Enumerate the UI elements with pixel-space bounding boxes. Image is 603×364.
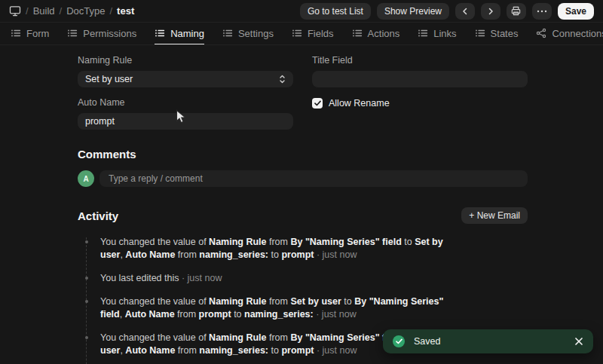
activity-text-segment: prompt bbox=[281, 345, 314, 356]
next-button[interactable] bbox=[481, 3, 500, 20]
activity-text-segment: naming_series: bbox=[199, 249, 268, 260]
toast-saved: Saved bbox=[383, 329, 593, 353]
checkbox-check-icon bbox=[312, 98, 323, 109]
tab-connections[interactable]: Connections bbox=[536, 23, 603, 44]
tab-settings[interactable]: Settings bbox=[222, 23, 274, 44]
ellipsis-icon bbox=[537, 10, 547, 13]
activity-text-segment: Naming Rule bbox=[209, 296, 266, 307]
tab-form[interactable]: Form bbox=[11, 23, 49, 44]
title-field-input[interactable] bbox=[312, 71, 528, 87]
breadcrumb-separator: / bbox=[60, 5, 63, 17]
printer-icon bbox=[510, 5, 522, 17]
tab-label: Connections bbox=[552, 28, 603, 39]
activity-text-segment: to bbox=[341, 296, 354, 307]
activity-text-segment: · just now bbox=[179, 273, 222, 283]
activity-text-segment: You changed the value of bbox=[100, 296, 209, 307]
activity-text-segment: naming_series: bbox=[244, 309, 314, 320]
allow-rename-checkbox[interactable]: Allow Rename bbox=[312, 98, 528, 109]
breadcrumb-separator: / bbox=[109, 5, 112, 17]
activity-text-segment: You changed the value of bbox=[100, 332, 209, 343]
activity-text-segment: · just now bbox=[314, 309, 357, 320]
print-button[interactable] bbox=[507, 3, 526, 20]
tab-states[interactable]: States bbox=[475, 23, 519, 44]
title-field-label: Title Field bbox=[312, 55, 528, 66]
tab-naming[interactable]: Naming bbox=[155, 23, 204, 44]
tab-permissions[interactable]: Permissions bbox=[67, 23, 136, 44]
tab-label: Form bbox=[26, 28, 49, 39]
activity-text-segment: from bbox=[267, 296, 291, 307]
breadcrumb-link-build[interactable]: Build bbox=[33, 5, 55, 17]
activity-text-segment: · just now bbox=[314, 345, 357, 356]
activity-text-segment: Naming Rule bbox=[209, 332, 266, 343]
tab-fields[interactable]: Fields bbox=[292, 23, 334, 44]
tab-bar: FormPermissionsNamingSettingsFieldsActio… bbox=[0, 23, 603, 45]
auto-name-input[interactable] bbox=[78, 113, 293, 130]
avatar: A bbox=[78, 170, 94, 187]
tab-label: Actions bbox=[368, 28, 400, 39]
list-icon bbox=[155, 28, 165, 38]
activity-text-segment: naming_series: bbox=[199, 345, 268, 356]
navbar: / Build / DocType / test Go to test List… bbox=[0, 0, 603, 23]
comment-input[interactable] bbox=[99, 170, 528, 187]
comments-heading: Comments bbox=[78, 148, 528, 161]
activity-heading: Activity bbox=[78, 210, 118, 222]
activity-text-segment: to bbox=[402, 237, 415, 247]
chevron-right-icon bbox=[487, 8, 494, 15]
activity-text-segment: Naming Rule bbox=[209, 237, 266, 247]
activity-text-segment: from bbox=[175, 345, 199, 356]
list-icon bbox=[67, 28, 78, 38]
naming-rule-select[interactable]: Set by user bbox=[78, 71, 293, 87]
connections-icon bbox=[536, 28, 546, 38]
activity-text-segment: from bbox=[267, 332, 291, 343]
activity-text-segment: , bbox=[120, 309, 125, 320]
activity-text-segment: to bbox=[268, 345, 281, 356]
naming-rule-label: Naming Rule bbox=[78, 55, 293, 66]
activity-text-segment: from bbox=[175, 309, 199, 320]
activity-text-segment: from bbox=[175, 249, 199, 260]
activity-text-segment: prompt bbox=[281, 249, 314, 260]
allow-rename-label: Allow Rename bbox=[329, 98, 390, 109]
list-icon bbox=[222, 28, 233, 38]
list-icon bbox=[11, 28, 21, 38]
new-email-button[interactable]: + New Email bbox=[461, 207, 528, 224]
menu-button[interactable] bbox=[532, 3, 552, 20]
activity-text-segment: to bbox=[231, 309, 244, 320]
naming-rule-value: Set by user bbox=[85, 74, 133, 84]
list-icon bbox=[475, 28, 485, 38]
tab-label: Settings bbox=[238, 28, 274, 39]
breadcrumb-current: test bbox=[117, 5, 134, 17]
main-content: Naming Rule Set by user Auto Name Title … bbox=[0, 45, 603, 364]
activity-header: Activity + New Email bbox=[78, 207, 528, 224]
breadcrumb-link-doctype[interactable]: DocType bbox=[66, 5, 105, 17]
breadcrumb: / Build / DocType / test bbox=[9, 5, 134, 17]
go-to-list-button[interactable]: Go to test List bbox=[300, 3, 371, 20]
tab-label: Naming bbox=[170, 28, 204, 39]
monitor-icon[interactable] bbox=[9, 5, 21, 17]
chevron-left-icon bbox=[461, 8, 469, 15]
activity-text-segment: to bbox=[268, 249, 281, 260]
naming-form: Naming Rule Set by user Auto Name Title … bbox=[78, 55, 528, 130]
timeline-dot bbox=[85, 240, 88, 243]
activity-text-segment: · just now bbox=[314, 249, 357, 260]
list-icon bbox=[418, 28, 428, 38]
tab-links[interactable]: Links bbox=[418, 23, 456, 44]
timeline-dot bbox=[85, 300, 88, 303]
activity-text-segment: from bbox=[267, 237, 291, 247]
left-column: Naming Rule Set by user Auto Name bbox=[78, 55, 293, 130]
activity-text-segment: Auto Name bbox=[125, 309, 175, 320]
comments-section: Comments A bbox=[78, 148, 528, 187]
breadcrumb-separator: / bbox=[26, 5, 29, 17]
activity-text-segment: Set by user bbox=[290, 296, 341, 307]
save-button[interactable]: Save bbox=[558, 3, 594, 20]
show-preview-button[interactable]: Show Preview bbox=[377, 3, 449, 20]
tab-actions[interactable]: Actions bbox=[352, 23, 400, 44]
auto-name-label: Auto Name bbox=[78, 97, 293, 108]
navbar-actions: Go to test List Show Preview Save bbox=[300, 3, 594, 20]
toast-close-button[interactable] bbox=[574, 337, 583, 346]
prev-button[interactable] bbox=[455, 3, 475, 20]
activity-text-segment: You last edited this bbox=[100, 273, 179, 283]
activity-text-segment: prompt bbox=[199, 309, 231, 320]
activity-text-segment: You changed the value of bbox=[100, 237, 209, 247]
tab-label: Fields bbox=[308, 28, 334, 39]
success-check-icon bbox=[393, 335, 405, 347]
